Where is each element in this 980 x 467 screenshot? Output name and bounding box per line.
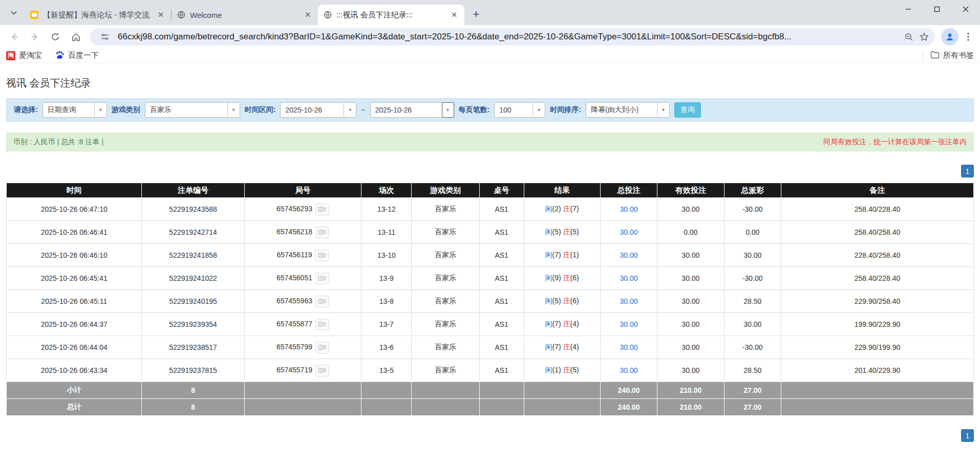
tab-search-button[interactable]: [5, 4, 23, 21]
close-window-button[interactable]: [951, 0, 980, 18]
minimize-button[interactable]: [894, 0, 923, 18]
cell-total-bet: 30.00: [600, 313, 657, 336]
date-start-select[interactable]: 2025-10-26 ▼: [280, 102, 356, 118]
cell-total-bet: 30.00: [600, 244, 657, 267]
cell-result: 闲(2) 庄(7): [524, 198, 600, 221]
video-replay-button[interactable]: [315, 319, 329, 330]
bookmark-label: 爱淘宝: [19, 51, 42, 60]
video-replay-icon: [318, 298, 326, 305]
sort-select[interactable]: 降幂(由大到小) ▼: [586, 102, 670, 118]
bookmark-star-icon[interactable]: [917, 29, 932, 45]
cell-game-kind: 百家乐: [412, 336, 479, 359]
round-id-text: 657456051: [276, 274, 312, 282]
chevron-down-icon[interactable]: ▼: [532, 103, 545, 117]
video-replay-button[interactable]: [315, 250, 329, 261]
cell-game-kind: 百家乐: [412, 290, 479, 313]
profile-avatar[interactable]: [941, 28, 958, 46]
total-bet-link[interactable]: 30.00: [620, 297, 637, 305]
subtotal-row-cell-8: 210.00: [657, 382, 724, 399]
url-text[interactable]: 66cxkj98.com/game/betrecord_search/kind3…: [118, 32, 901, 42]
video-replay-button[interactable]: [315, 227, 329, 238]
cell-game-kind: 百家乐: [412, 267, 479, 290]
home-button[interactable]: [67, 28, 84, 46]
tab-close-icon[interactable]: ✕: [449, 10, 459, 20]
tab-forum[interactable]: 【新提醒】海燕论坛 - 博学交流 ✕: [25, 5, 171, 25]
tab-close-icon[interactable]: ✕: [303, 10, 313, 20]
subtotal-row-cell-5: [479, 382, 524, 399]
zoom-out-icon[interactable]: [901, 29, 917, 45]
game-kind-select[interactable]: 百家乐 ▼: [145, 102, 240, 118]
total-bet-link[interactable]: 30.00: [620, 251, 637, 259]
sort-label: 时间排序:: [550, 105, 581, 115]
back-button[interactable]: [6, 28, 23, 46]
subtotal-row-cell-7: 240.00: [600, 382, 657, 399]
table-header-row: 时间注单编号局号场次游戏类别桌号结果总投注有效投注总派彩备注: [7, 183, 974, 198]
video-replay-button[interactable]: [315, 296, 329, 307]
globe-favicon-icon: [323, 10, 332, 19]
cell-time: 2025-10-26 06:45:41: [7, 267, 142, 290]
cell-round-id: 657456119: [244, 244, 361, 267]
new-tab-button[interactable]: +: [468, 7, 484, 22]
cell-session: 13-11: [361, 221, 412, 244]
bookmark-baidu[interactable]: 百度一下: [55, 50, 99, 61]
tab-close-icon[interactable]: ✕: [156, 10, 166, 20]
cell-time: 2025-10-26 06:46:10: [7, 244, 142, 267]
cell-table-no: AS1: [479, 359, 524, 382]
column-header: 时间: [7, 183, 142, 198]
tab-welcome[interactable]: Welcome ✕: [172, 5, 318, 25]
total-bet-link[interactable]: 30.00: [620, 320, 637, 328]
address-bar[interactable]: 66cxkj98.com/game/betrecord_search/kind3…: [90, 28, 935, 46]
total-row-cell-5: [479, 399, 524, 416]
taobao-icon: 淘: [6, 51, 15, 60]
video-replay-button[interactable]: [315, 342, 329, 353]
reload-button[interactable]: [47, 28, 64, 46]
per-page-select[interactable]: 100 ▼: [494, 102, 545, 118]
cell-bet-id: 522919243588: [142, 198, 244, 221]
cell-time: 2025-10-26 06:44:37: [7, 313, 142, 336]
query-type-select[interactable]: 日期查询 ▼: [42, 102, 107, 118]
search-button[interactable]: 查询: [674, 102, 701, 118]
site-settings-icon[interactable]: [97, 29, 113, 45]
total-bet-link[interactable]: 30.00: [620, 228, 637, 236]
table-row: 2025-10-26 06:45:41522919241022657456051…: [7, 267, 974, 290]
cell-table-no: AS1: [479, 267, 524, 290]
page-1-button[interactable]: 1: [961, 165, 974, 177]
subtotal-row-cell-0: 小计: [7, 382, 142, 399]
currency-summary: 币别 : 人民币 | 总共 :8 注单 |: [13, 138, 103, 147]
all-bookmarks-button[interactable]: 所有书签: [930, 51, 974, 60]
query-type-value: 日期查询: [43, 103, 94, 117]
total-row-cell-6: [524, 399, 600, 416]
cell-valid-bet: 30.00: [657, 267, 724, 290]
total-bet-link[interactable]: 30.00: [620, 205, 637, 213]
cell-session: 13-9: [361, 267, 412, 290]
video-replay-button[interactable]: [315, 273, 329, 284]
round-id-text: 657455799: [276, 343, 312, 351]
globe-favicon-icon: [177, 10, 186, 19]
video-replay-button[interactable]: [315, 204, 329, 215]
chevron-down-icon[interactable]: ▼: [657, 103, 669, 117]
total-bet-link[interactable]: 30.00: [620, 343, 637, 351]
menu-kebab-icon[interactable]: [961, 29, 976, 45]
chevron-down-icon[interactable]: ▼: [442, 102, 454, 118]
bookmark-taobao[interactable]: 淘 爱淘宝: [6, 51, 42, 60]
result-player: 闲: [545, 343, 552, 351]
video-replay-button[interactable]: [315, 365, 329, 376]
total-bet-link[interactable]: 30.00: [620, 366, 637, 374]
tab-bet-records-active[interactable]: :::视讯 会员下注纪录::: ✕: [318, 5, 464, 25]
column-header: 注单编号: [142, 183, 244, 198]
forward-button[interactable]: [26, 28, 44, 46]
window-controls: [894, 0, 980, 18]
cell-round-id: 657455877: [244, 313, 361, 336]
chevron-down-icon[interactable]: ▼: [227, 103, 240, 117]
video-replay-icon: [318, 206, 326, 213]
chevron-down-icon[interactable]: ▼: [94, 103, 106, 117]
page-1-button[interactable]: 1: [961, 429, 974, 442]
maximize-button[interactable]: [923, 0, 951, 18]
total-bet-link[interactable]: 30.00: [620, 274, 637, 282]
game-kind-label: 游戏类别: [112, 105, 140, 115]
cell-session: 13-7: [361, 313, 412, 336]
date-end-select[interactable]: 2025-10-26 ▼: [370, 102, 454, 118]
chevron-down-icon[interactable]: ▼: [344, 103, 356, 117]
table-row: 2025-10-26 06:44:04522919238517657455799…: [7, 336, 974, 359]
tab-title: 【新提醒】海燕论坛 - 博学交流: [43, 10, 152, 20]
